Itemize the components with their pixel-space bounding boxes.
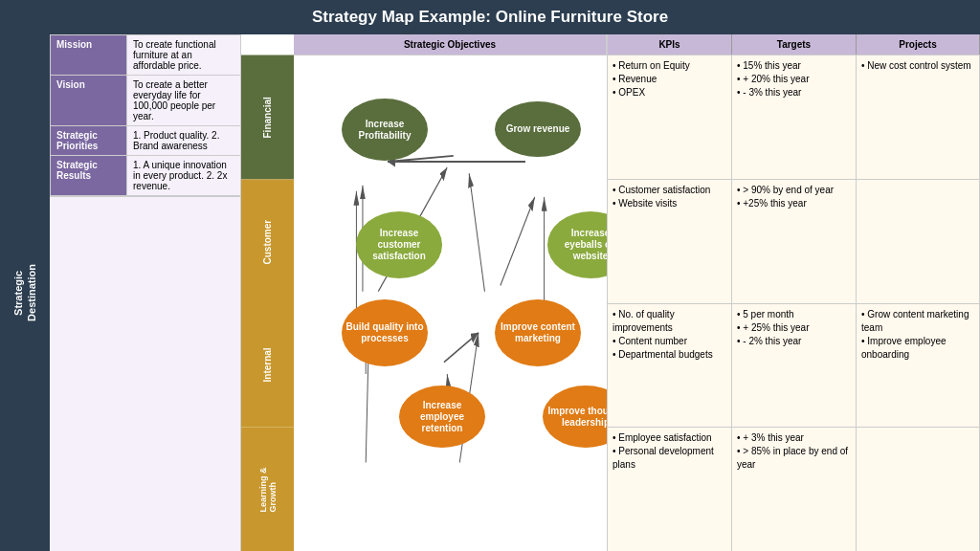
projects-col-header: Projects	[857, 34, 980, 55]
svg-line-8	[469, 173, 484, 291]
kpi-item: • Content number	[612, 335, 726, 348]
mission-label: Mission	[51, 35, 127, 76]
project-item: • New cost control system	[861, 59, 974, 73]
target-item: • + 3% this year	[737, 431, 851, 445]
map-canvas: Increase Profitability Grow revenue Redu…	[294, 55, 607, 551]
target-item: • - 2% this year	[737, 335, 851, 348]
strategic-objectives-label: Strategic Objectives	[294, 34, 607, 55]
kpi-customer-targets: • > 90% by end of year • +25% this year	[732, 180, 857, 303]
kpi-item: • Revenue	[612, 73, 726, 86]
kpi-financial-targets: • 15% this year • + 20% this year • - 3%…	[732, 55, 857, 179]
kpi-row-learning: • Employee satisfaction • Personal devel…	[608, 427, 980, 551]
kpi-item: • Personal development plans	[612, 445, 726, 472]
kpi-row-internal: • No. of quality improvements • Content …	[608, 303, 980, 428]
node-increase-profitability: Increase Profitability	[342, 99, 428, 161]
customer-label: Customer	[241, 180, 294, 304]
targets-col-header: Targets	[732, 34, 857, 55]
strategic-destination-label: StrategicDestination	[11, 264, 39, 321]
priorities-label: Strategic Priorities	[51, 126, 127, 156]
destination-table-wrapper: Mission To create functional furniture a…	[50, 34, 241, 551]
target-item: • + 20% this year	[737, 73, 851, 86]
target-item: • + 25% this year	[737, 321, 851, 335]
kpi-row-customer: • Customer satisfaction • Website visits…	[608, 179, 980, 303]
kpi-item: • OPEX	[612, 86, 726, 99]
kpi-item: • Return on Equity	[612, 59, 726, 73]
target-item: • > 85% in place by end of year	[737, 445, 851, 472]
node-grow-revenue: Grow revenue	[495, 101, 581, 157]
kpi-internal-targets: • 5 per month • + 25% this year • - 2% t…	[732, 304, 857, 428]
kpi-item: • No. of quality improvements	[612, 308, 726, 335]
financial-label: Financial	[241, 55, 294, 180]
node-increase-employee-retention: Increase employee retention	[399, 386, 485, 448]
mission-value: To create functional furniture at an aff…	[127, 35, 241, 76]
content-area: StrategicDestination Mission To create f…	[0, 34, 980, 551]
node-build-quality: Build quality into processes	[342, 299, 428, 366]
kpi-internal-projects: • Grow content marketing team • Improve …	[857, 304, 980, 428]
map-section: Strategic Objectives Financial Customer …	[241, 34, 607, 551]
node-improve-thought-leadership: Improve thought leadership	[543, 386, 607, 448]
node-improve-content: Improve content marketing	[495, 299, 581, 366]
node-increase-customer-satisfaction: Increase customer satisfaction	[356, 211, 442, 278]
internal-label: Internal	[241, 303, 294, 428]
target-item: • > 90% by end of year	[737, 184, 851, 197]
kpi-item: • Departmental budgets	[612, 348, 726, 362]
target-item: • - 3% this year	[737, 86, 851, 99]
vision-label: Vision	[51, 76, 127, 126]
node-increase-eyeballs: Increase eyeballs on website	[547, 211, 607, 278]
main-area: Strategic Objectives Financial Customer …	[241, 34, 980, 551]
kpi-item: • Website visits	[612, 197, 726, 210]
target-item: • 15% this year	[737, 59, 851, 73]
svg-line-12	[501, 197, 535, 286]
kpi-section: KPIs Targets Projects • Return on Equity…	[607, 34, 980, 551]
svg-line-5	[444, 333, 479, 363]
vision-value: To create a better everyday life for 100…	[127, 76, 241, 126]
results-row: Strategic Results 1. A unique innovation…	[51, 156, 241, 196]
kpi-item: • Employee satisfaction	[612, 431, 726, 445]
kpi-item: • Customer satisfaction	[612, 184, 726, 197]
destination-table: Mission To create functional furniture a…	[50, 34, 241, 196]
strategic-obj-header: Strategic Objectives	[294, 34, 607, 55]
strategic-destination-panel: StrategicDestination	[0, 34, 50, 551]
kpi-learning-kpis: • Employee satisfaction • Personal devel…	[608, 428, 732, 551]
kpi-financial-projects: • New cost control system	[857, 55, 980, 179]
learning-label: Learning &Growth	[241, 428, 294, 552]
vision-row: Vision To create a better everyday life …	[51, 76, 241, 126]
target-item: • +25% this year	[737, 197, 851, 210]
kpi-learning-targets: • + 3% this year • > 85% in place by end…	[732, 428, 857, 551]
row-labels: Financial Customer Internal Learning &Gr…	[241, 55, 294, 551]
results-label: Strategic Results	[51, 156, 127, 196]
page-title: Strategy Map Example: Online Furniture S…	[0, 0, 980, 34]
target-item: • 5 per month	[737, 308, 851, 321]
mission-row: Mission To create functional furniture a…	[51, 35, 241, 76]
results-value: 1. A unique innovation in every product.…	[127, 156, 241, 196]
kpi-header: KPIs Targets Projects	[608, 34, 980, 55]
kpi-customer-projects	[857, 180, 980, 303]
map-kpi-area: Strategic Objectives Financial Customer …	[241, 34, 980, 551]
project-item: • Grow content marketing team	[861, 308, 974, 335]
kpi-col-header: KPIs	[608, 34, 732, 55]
kpi-customer-kpis: • Customer satisfaction • Website visits	[608, 180, 732, 303]
priorities-value: 1. Product quality. 2. Brand awareness	[127, 126, 241, 156]
kpi-financial-kpis: • Return on Equity • Revenue • OPEX	[608, 55, 732, 179]
project-item: • Improve employee onboarding	[861, 335, 974, 362]
page: Strategy Map Example: Online Furniture S…	[0, 0, 980, 551]
kpi-internal-kpis: • No. of quality improvements • Content …	[608, 304, 732, 428]
kpi-learning-projects	[857, 428, 980, 551]
priorities-row: Strategic Priorities 1. Product quality.…	[51, 126, 241, 156]
kpi-row-financial: • Return on Equity • Revenue • OPEX • 15…	[608, 55, 980, 179]
